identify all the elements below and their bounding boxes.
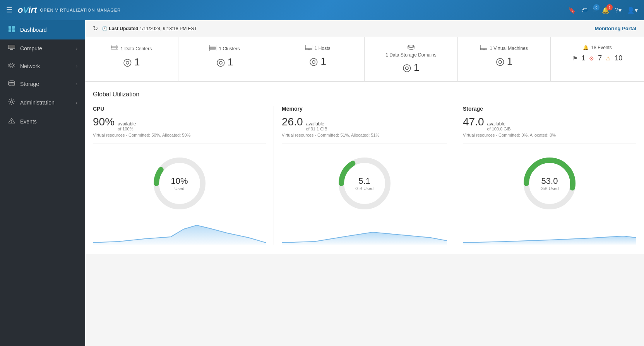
svg-rect-27 (111, 45, 118, 47)
storage-panel: Storage 47.0 available of 100.0 GiB Virt… (455, 106, 636, 245)
global-utilization: Global Utilization CPU 90% available of … (85, 82, 644, 254)
svg-rect-9 (11, 63, 12, 64)
storage-donut-container: 53.0 GiB Used (463, 149, 636, 218)
tags-icon[interactable]: 🏷 (581, 7, 587, 14)
administration-chevron-icon: › (76, 100, 77, 105)
vms-status-icon: ◎ (496, 55, 505, 67)
svg-line-13 (10, 65, 11, 67)
svg-rect-3 (12, 29, 15, 32)
clusters-icon (209, 45, 216, 52)
svg-line-12 (10, 63, 11, 65)
hosts-count: 1 (320, 55, 326, 67)
svg-rect-10 (11, 67, 12, 68)
network-icon (8, 63, 15, 70)
tasks-badge: 0 (593, 4, 599, 10)
memory-donut: 5.1 GiB Used (334, 152, 396, 214)
storage-type-label: Storage (463, 106, 636, 112)
summary-card-events[interactable]: 🔔 18 Events ⚑ 1 ⊗ 7 ⚠ 10 (551, 37, 644, 81)
sidebar-item-events-label: Events (20, 118, 77, 125)
data-centers-count: 1 (134, 56, 140, 68)
summary-card-vms[interactable]: 1 Virtual Machines ◎ 1 (458, 37, 551, 81)
dashboard-icon (8, 26, 15, 34)
sidebar-item-storage[interactable]: Storage › (0, 75, 85, 93)
summary-card-hosts[interactable]: 1 Hosts ◎ 1 (271, 37, 365, 81)
header-bar: ↻ 🕐 Last Updated 1/11/2024, 9:18:18 PM E… (85, 20, 644, 37)
brand-name: oVirt (18, 5, 37, 15)
memory-of-total: of 31.1 GiB (306, 127, 327, 131)
cpu-sparkline (93, 221, 266, 245)
summary-card-storage-domains[interactable]: 1 Data Storage Domains ◎ 1 (365, 37, 458, 81)
svg-rect-37 (308, 50, 310, 50)
storage-domains-icon (408, 45, 414, 51)
storage-available-label: available (487, 121, 511, 127)
svg-rect-33 (209, 48, 216, 51)
storage-domains-count: 1 (414, 62, 419, 74)
svg-rect-0 (9, 26, 11, 29)
svg-point-26 (11, 122, 12, 123)
cpu-donut-value: 10% (171, 176, 188, 186)
nav-right: 🔖 🏷 ≡ 0 🔔 1 ?▾ 👤▾ (568, 7, 638, 14)
memory-donut-value: 5.1 (355, 176, 373, 186)
hosts-title: 1 Hosts (305, 45, 331, 51)
cpu-main-value: 90% (93, 116, 115, 128)
user-icon[interactable]: 👤▾ (627, 7, 638, 14)
sidebar-item-events[interactable]: Events (0, 112, 85, 131)
cpu-panel: CPU 90% available of 100% Virtual resour… (93, 106, 274, 245)
hosts-value: ◎ 1 (309, 55, 326, 67)
monitoring-portal-link[interactable]: Monitoring Portal (594, 26, 636, 31)
header-bar-left: ↻ 🕐 Last Updated 1/11/2024, 9:18:18 PM E… (93, 25, 197, 32)
clusters-count: 1 (228, 56, 233, 68)
memory-panel: Memory 26.0 available of 31.1 GiB Virtua… (274, 106, 455, 245)
svg-rect-35 (305, 45, 312, 50)
svg-point-23 (10, 101, 13, 103)
nav-left: ☰ oVirt OPEN VIRTUALIZATION MANAGER (6, 5, 121, 15)
storage-icon (8, 81, 15, 87)
storage-main-value: 47.0 (463, 116, 484, 128)
compute-icon (8, 45, 15, 52)
vms-count: 1 (507, 55, 512, 67)
tasks-icon[interactable]: ≡ 0 (593, 7, 596, 14)
memory-divider (282, 144, 447, 144)
hosts-icon (305, 45, 312, 51)
svg-line-15 (12, 65, 14, 67)
events-title: 🔔 18 Events (583, 45, 611, 50)
sidebar-item-administration-label: Administration (20, 99, 71, 106)
cpu-donut-container: 10% Used (93, 149, 266, 218)
error-icon: ⊗ (589, 55, 594, 62)
alerts-icon[interactable]: 🔔 1 (602, 7, 610, 14)
refresh-icon[interactable]: ↻ (93, 25, 98, 32)
svg-rect-44 (483, 50, 485, 50)
sidebar-item-administration[interactable]: Administration › (0, 93, 85, 112)
utilization-grid: CPU 90% available of 100% Virtual resour… (93, 106, 636, 245)
sidebar-item-network[interactable]: Network › (0, 57, 85, 75)
cpu-available-label: available (118, 121, 136, 127)
storage-divider (463, 144, 636, 144)
cpu-type-label: CPU (93, 106, 266, 112)
top-navigation: ☰ oVirt OPEN VIRTUALIZATION MANAGER 🔖 🏷 … (0, 0, 644, 20)
summary-card-clusters[interactable]: 1 Clusters ◎ 1 (178, 37, 272, 81)
summary-card-data-centers[interactable]: 1 Data Centers ◎ 1 (85, 37, 178, 81)
svg-rect-6 (10, 49, 13, 50)
svg-point-41 (408, 48, 414, 50)
sidebar-item-dashboard[interactable]: Dashboard (0, 20, 85, 39)
hamburger-menu[interactable]: ☰ (6, 6, 12, 14)
help-icon[interactable]: ?▾ (615, 7, 622, 14)
svg-rect-42 (480, 45, 487, 50)
svg-rect-7 (9, 50, 14, 50)
svg-line-14 (12, 63, 14, 65)
events-flag-count: 1 (581, 54, 585, 62)
storage-stats: 47.0 available of 100.0 GiB (463, 116, 636, 131)
sidebar-item-compute[interactable]: Compute › (0, 39, 85, 57)
svg-point-30 (116, 48, 117, 49)
svg-rect-5 (9, 45, 15, 48)
svg-rect-28 (111, 47, 118, 49)
warning-icon: ⚠ (606, 55, 611, 62)
memory-available-label: available (306, 121, 327, 127)
vms-label: 1 Virtual Machines (490, 46, 528, 51)
events-warning-count: 10 (615, 54, 622, 62)
hosts-label: 1 Hosts (315, 46, 331, 51)
clusters-status-icon: ◎ (216, 56, 225, 68)
clusters-value: ◎ 1 (216, 56, 233, 68)
cpu-committed: Virtual resources - Committed: 50%, Allo… (93, 133, 266, 137)
bookmark-icon[interactable]: 🔖 (568, 7, 576, 14)
